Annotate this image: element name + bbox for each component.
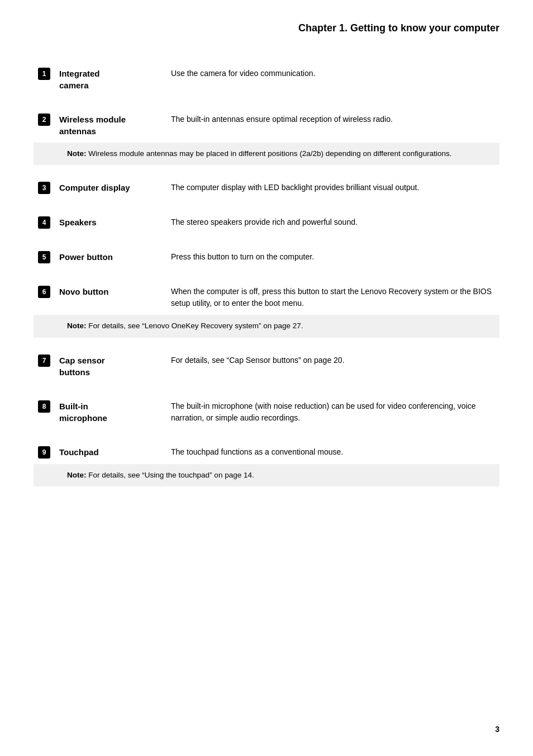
table-row: 7Cap sensorbuttonsFor details, see “Cap … (34, 349, 499, 384)
item-number: 2 (38, 114, 50, 126)
table-row: 1IntegratedcameraUse the camera for vide… (34, 62, 499, 97)
item-description: Press this button to turn on the compute… (166, 245, 499, 269)
item-number: 1 (38, 68, 50, 80)
item-term: Power button (59, 252, 113, 262)
item-description: The built-in antennas ensure optimal rec… (166, 108, 499, 143)
chapter-title: Chapter 1. Getting to know your computer (34, 22, 499, 34)
item-term: Wireless moduleantennas (59, 115, 126, 136)
item-description: For details, see “Cap Sensor buttons” on… (166, 349, 499, 384)
note-label: Note: (67, 471, 87, 479)
item-term: Novo button (59, 287, 108, 296)
note-label: Note: (67, 149, 87, 158)
item-description: The built-in microphone (with noise redu… (166, 395, 499, 429)
table-row: 3Computer displayThe computer display wi… (34, 176, 499, 200)
item-description: The stereo speakers provide rich and pow… (166, 211, 499, 234)
item-term: Cap sensorbuttons (59, 356, 105, 377)
item-term: Computer display (59, 183, 130, 192)
item-term: Speakers (59, 218, 97, 227)
table-row: 5Power buttonPress this button to turn o… (34, 245, 499, 269)
page-number: 3 (495, 725, 499, 734)
table-row: 8Built-inmicrophoneThe built-in micropho… (34, 395, 499, 429)
item-number: 5 (38, 251, 50, 263)
table-row: 2Wireless moduleantennasThe built-in ant… (34, 108, 499, 143)
item-term: Integratedcamera (59, 69, 100, 90)
table-row: 4SpeakersThe stereo speakers provide ric… (34, 211, 499, 234)
item-number: 6 (38, 286, 50, 298)
item-number: 3 (38, 182, 50, 194)
note-row: Note: For details, see “Lenovo OneKey Re… (34, 315, 499, 337)
note-label: Note: (67, 322, 87, 330)
table-row: 9TouchpadThe touchpad functions as a con… (34, 441, 499, 464)
content-table: 1IntegratedcameraUse the camera for vide… (34, 62, 499, 498)
note-row: Note: For details, see “Using the touchp… (34, 464, 499, 486)
item-number: 8 (38, 400, 50, 413)
page-header: Chapter 1. Getting to know your computer (34, 22, 499, 40)
table-row: 6Novo buttonWhen the computer is off, pr… (34, 280, 499, 315)
item-term: Built-inmicrophone (59, 401, 107, 423)
item-description: Use the camera for video communication. (166, 62, 499, 97)
note-row: Note: Wireless module antennas may be pl… (34, 143, 499, 165)
item-number: 4 (38, 216, 50, 229)
item-number: 7 (38, 355, 50, 367)
item-description: The touchpad functions as a conventional… (166, 441, 499, 464)
item-number: 9 (38, 446, 50, 459)
item-description: The computer display with LED backlight … (166, 176, 499, 200)
item-term: Touchpad (59, 447, 99, 457)
item-description: When the computer is off, press this but… (166, 280, 499, 315)
